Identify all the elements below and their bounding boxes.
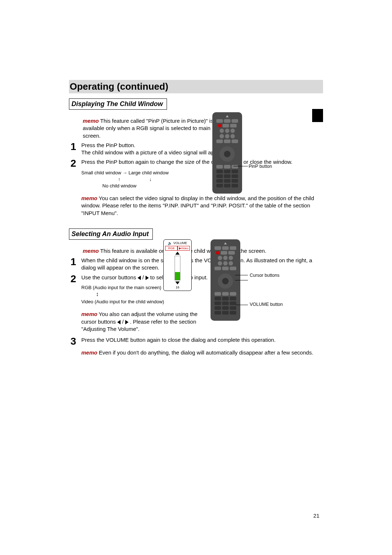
memo-note-2: memo You can select the video signal to … — [81, 195, 323, 217]
cycle-large: Large child window — [128, 170, 169, 175]
audio-swap-diagram: RGB (Audio input for the main screen) ↕ … — [81, 284, 323, 305]
manual-page: Operating (continued) Displaying The Chi… — [0, 0, 392, 555]
swap-rgb: RGB (Audio input for the main screen) — [81, 284, 323, 291]
cycle-small: Small child window — [81, 170, 121, 175]
triangle-left-icon — [117, 320, 121, 324]
memo3-text: Even if you don't do anything, the dialo… — [97, 349, 313, 356]
step-3-audio: 3 Press the VOLUME button again to close… — [69, 336, 323, 358]
memo-label: memo — [81, 349, 97, 356]
step1-line1: Press the PinP button. — [81, 142, 323, 149]
step1-audio-text: When the child window is on the screen, … — [81, 257, 323, 272]
callout-line-icon — [235, 280, 248, 280]
step2-pre: Use the cursor buttons — [81, 274, 138, 280]
callout-pinp-button: PinP button — [249, 164, 272, 169]
volume-value: 16 — [165, 285, 190, 289]
cycle-none: No child window — [81, 183, 158, 189]
triangle-right-icon — [146, 276, 149, 280]
callout-line-icon — [236, 305, 248, 305]
triangle-left-icon — [138, 276, 141, 280]
subheading-child-window: Displaying The Child Window — [69, 98, 167, 110]
memo-auto-dismiss: memo Even if you don't do anything, the … — [81, 349, 323, 356]
remote-control-icon — [212, 112, 242, 194]
callout-volume-button: VOLUME button — [250, 302, 283, 307]
step-number: 3 — [69, 336, 78, 347]
brand-logo-icon — [226, 115, 229, 117]
arrow-up-icon: ↑ — [81, 176, 121, 183]
step-number: 1 — [69, 257, 78, 267]
swap-arrow-icon: ↕ — [96, 291, 99, 297]
step-1-audio: 1 When the child window is on the screen… — [69, 257, 323, 272]
step-2-audio: 2 Use the cursor buttons / to select an … — [69, 274, 323, 335]
step-2: 2 Press the PinP button again to change … — [69, 158, 323, 218]
banner-title: Operating (continued) — [70, 81, 168, 92]
arrow-right-icon: → — [122, 170, 128, 175]
remote-illustration-1: PinP button — [212, 112, 242, 194]
step-1: 1 Press the PinP button. The child windo… — [69, 142, 323, 157]
speaker-icon: 🔈 — [168, 241, 172, 245]
arrow-down-icon: ↓ — [122, 176, 152, 183]
triangle-up-icon — [175, 252, 180, 255]
memo-label: memo — [81, 311, 97, 317]
volume-dialog-title: VOLUME — [173, 241, 187, 245]
page-number: 21 — [313, 513, 319, 519]
intro-memo-text: This feature called "PinP (Picture in Pi… — [83, 118, 213, 139]
triangle-down-icon — [175, 281, 180, 284]
section-displaying-child-window: Displaying The Child Window memo This fe… — [69, 98, 323, 218]
callout-line-icon — [233, 166, 248, 166]
step-number: 2 — [69, 274, 78, 284]
volume-tab-video: ▶Video — [177, 246, 190, 251]
volume-tab-rgb: RGB — [165, 246, 177, 251]
memo-label: memo — [81, 195, 97, 201]
volume-fill — [175, 272, 180, 280]
step1-line2: The child window with a picture of a vid… — [81, 149, 323, 156]
step-number: 1 — [69, 142, 78, 152]
volume-dialog-illustration: 🔈 VOLUME RGB ▶Video 16 — [163, 239, 192, 291]
memo-volume-adjust: memo You also can adjust the volume usin… — [81, 311, 208, 333]
step2-text: Press the PinP button again to change th… — [81, 158, 323, 166]
memo-label: memo — [83, 248, 99, 254]
swap-video: Video (Audio input for the child window) — [81, 298, 323, 305]
window-cycle-diagram: Small child window → Large child window … — [81, 170, 323, 190]
remote-illustration-2: Cursor buttons VOLUME button — [211, 239, 240, 321]
memo2-text: You can select the video signal to displ… — [81, 195, 314, 216]
subheading-audio-input: Selecting An Audio Input — [69, 228, 153, 240]
page-banner: Operating (continued) — [69, 80, 323, 93]
volume-bar — [175, 256, 180, 280]
callout-line-icon — [235, 275, 248, 275]
step3-text: Press the VOLUME button again to close t… — [81, 336, 323, 344]
section-selecting-audio-input: Selecting An Audio Input memo This featu… — [69, 228, 323, 358]
memo-label: memo — [83, 118, 99, 124]
brand-logo-icon — [224, 242, 227, 244]
triangle-right-icon — [125, 320, 128, 324]
callout-cursor-buttons: Cursor buttons — [250, 273, 279, 278]
intro-memo: memo This feature called "PinP (Picture … — [83, 117, 217, 139]
step-number: 2 — [69, 158, 78, 169]
